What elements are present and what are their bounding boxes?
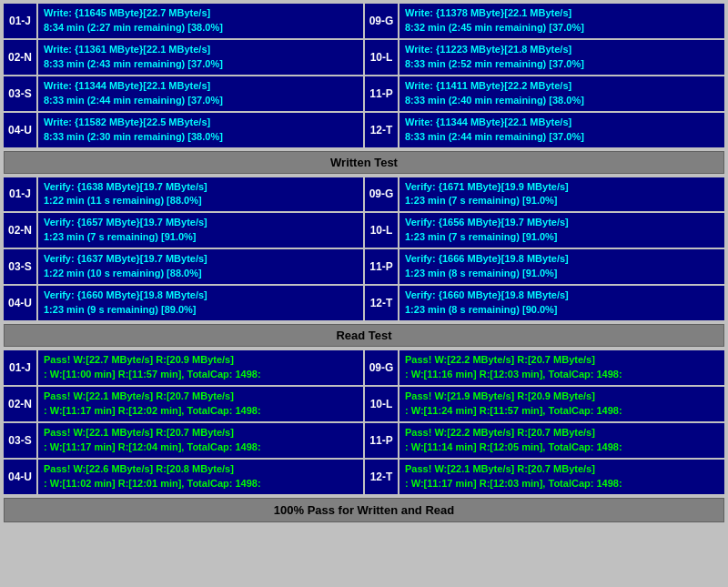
row-03-S: 03-S Write: {11344 MByte}[22.1 MByte/s] …: [4, 76, 724, 111]
row-id-right-11-P: 11-P: [365, 76, 398, 111]
entry-left-04-U: Write: {11582 MByte}[22.5 MByte/s] 8:33 …: [38, 113, 363, 147]
entry-left-03-S: Verify: {1637 MByte}[19.7 MByte/s] 1:22 …: [38, 249, 363, 284]
row-id-right-10-L: 10-L: [365, 387, 398, 421]
row-id-left-03-S: 03-S: [4, 76, 36, 111]
entry-right-09-G: Verify: {1671 MByte}[19.9 MByte/s] 1:23 …: [399, 177, 724, 212]
main-container: 01-J Write: {11645 MByte}[22.7 MByte/s] …: [0, 0, 728, 526]
written-test-header: Written Test: [4, 151, 724, 174]
row-01-J: 01-J Write: {11645 MByte}[22.7 MByte/s] …: [4, 4, 724, 38]
row-id-right-12-T: 12-T: [365, 113, 398, 147]
entry-right-10-L: Write: {11223 MByte}[21.8 MByte/s] 8:33 …: [399, 40, 724, 75]
entry-right-09-G: Write: {11378 MByte}[22.1 MByte/s] 8:32 …: [399, 4, 724, 38]
entry-right-11-P: Verify: {1666 MByte}[19.8 MByte/s] 1:23 …: [399, 249, 724, 284]
row-02-N: 02-N Verify: {1657 MByte}[19.7 MByte/s] …: [4, 213, 724, 248]
row-id-left-01-J: 01-J: [4, 4, 36, 38]
row-02-N: 02-N Write: {11361 MByte}[22.1 MByte/s] …: [4, 40, 724, 75]
entry-right-10-L: Verify: {1656 MByte}[19.7 MByte/s] 1:23 …: [399, 213, 724, 248]
entry-left-03-S: Write: {11344 MByte}[22.1 MByte/s] 8:33 …: [38, 76, 363, 111]
write-section: 01-J Write: {11645 MByte}[22.7 MByte/s] …: [4, 4, 724, 147]
entry-right-12-T: Write: {11344 MByte}[22.1 MByte/s] 8:33 …: [399, 113, 724, 147]
row-03-S: 03-S Pass! W:[22.1 MByte/s] R:[20.7 MByt…: [4, 423, 724, 458]
row-id-right-10-L: 10-L: [365, 40, 398, 75]
row-04-U: 04-U Pass! W:[22.6 MByte/s] R:[20.8 MByt…: [4, 460, 724, 494]
pass-section: 01-J Pass! W:[22.7 MByte/s] R:[20.9 MByt…: [4, 350, 724, 494]
row-id-left-02-N: 02-N: [4, 213, 36, 248]
row-id-left-04-U: 04-U: [4, 286, 36, 320]
row-02-N: 02-N Pass! W:[22.1 MByte/s] R:[20.7 MByt…: [4, 387, 724, 421]
entry-left-01-J: Pass! W:[22.7 MByte/s] R:[20.9 MByte/s] …: [38, 350, 363, 385]
entry-left-02-N: Write: {11361 MByte}[22.1 MByte/s] 8:33 …: [38, 40, 363, 75]
row-id-left-02-N: 02-N: [4, 40, 36, 75]
read-test-header: Read Test: [4, 324, 724, 347]
entry-right-12-T: Verify: {1660 MByte}[19.8 MByte/s] 1:23 …: [399, 286, 724, 320]
entry-right-12-T: Pass! W:[22.1 MByte/s] R:[20.7 MByte/s] …: [399, 460, 724, 494]
row-01-J: 01-J Verify: {1638 MByte}[19.7 MByte/s] …: [4, 177, 724, 212]
entry-right-11-P: Write: {11411 MByte}[22.2 MByte/s] 8:33 …: [399, 76, 724, 111]
row-id-right-11-P: 11-P: [365, 249, 398, 284]
row-id-right-09-G: 09-G: [365, 4, 398, 38]
entry-right-10-L: Pass! W:[21.9 MByte/s] R:[20.9 MByte/s] …: [399, 387, 724, 421]
verify-section: 01-J Verify: {1638 MByte}[19.7 MByte/s] …: [4, 177, 724, 321]
entry-left-02-N: Verify: {1657 MByte}[19.7 MByte/s] 1:23 …: [38, 213, 363, 248]
row-id-right-12-T: 12-T: [365, 286, 398, 320]
row-id-right-11-P: 11-P: [365, 423, 398, 458]
row-id-left-03-S: 03-S: [4, 423, 36, 458]
row-id-left-04-U: 04-U: [4, 113, 36, 147]
pass-footer: 100% Pass for Written and Read: [4, 498, 724, 522]
entry-left-01-J: Verify: {1638 MByte}[19.7 MByte/s] 1:22 …: [38, 177, 363, 212]
entry-left-01-J: Write: {11645 MByte}[22.7 MByte/s] 8:34 …: [38, 4, 363, 38]
row-04-U: 04-U Write: {11582 MByte}[22.5 MByte/s] …: [4, 113, 724, 147]
row-id-right-10-L: 10-L: [365, 213, 398, 248]
entry-left-02-N: Pass! W:[22.1 MByte/s] R:[20.7 MByte/s] …: [38, 387, 363, 421]
row-id-right-09-G: 09-G: [365, 177, 398, 212]
entry-left-03-S: Pass! W:[22.1 MByte/s] R:[20.7 MByte/s] …: [38, 423, 363, 458]
row-03-S: 03-S Verify: {1637 MByte}[19.7 MByte/s] …: [4, 249, 724, 284]
row-id-right-12-T: 12-T: [365, 460, 398, 494]
row-id-left-02-N: 02-N: [4, 387, 36, 421]
entry-right-11-P: Pass! W:[22.2 MByte/s] R:[20.7 MByte/s] …: [399, 423, 724, 458]
entry-left-04-U: Pass! W:[22.6 MByte/s] R:[20.8 MByte/s] …: [38, 460, 363, 494]
row-id-right-09-G: 09-G: [365, 350, 398, 385]
entry-left-04-U: Verify: {1660 MByte}[19.8 MByte/s] 1:23 …: [38, 286, 363, 320]
entry-right-09-G: Pass! W:[22.2 MByte/s] R:[20.7 MByte/s] …: [399, 350, 724, 385]
row-id-left-01-J: 01-J: [4, 177, 36, 212]
row-id-left-01-J: 01-J: [4, 350, 36, 385]
row-id-left-04-U: 04-U: [4, 460, 36, 494]
row-id-left-03-S: 03-S: [4, 249, 36, 284]
row-04-U: 04-U Verify: {1660 MByte}[19.8 MByte/s] …: [4, 286, 724, 320]
row-01-J: 01-J Pass! W:[22.7 MByte/s] R:[20.9 MByt…: [4, 350, 724, 385]
